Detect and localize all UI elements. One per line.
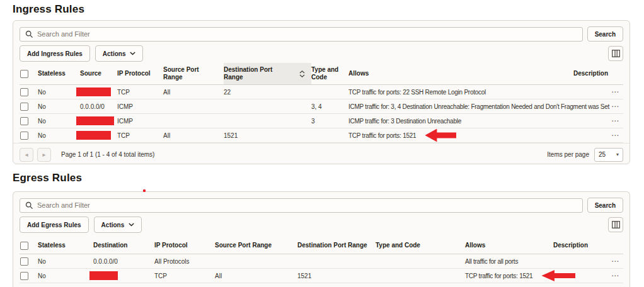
- cell-allows: TCP traffic for ports: 1521: [348, 129, 573, 142]
- ingress-actions-row: Add Ingress Rules Actions: [13, 45, 630, 63]
- row-actions-menu-icon[interactable]: ⋯: [611, 132, 619, 139]
- egress-actions-button[interactable]: Actions: [94, 217, 142, 233]
- cell-ip-protocol: TCP: [117, 132, 163, 139]
- cell-destination-port-range: 22: [224, 89, 311, 96]
- cell-allows: ICMP traffic for: 3, 4 Destination Unrea…: [348, 103, 573, 110]
- redaction-box: [89, 271, 118, 280]
- allows-text: ICMP traffic for: 3, 4 Destination Unrea…: [348, 103, 609, 110]
- row-checkbox[interactable]: [20, 132, 28, 140]
- col-header-destination-port-range[interactable]: Destination Port Range: [224, 63, 311, 84]
- col-header-source-port-range: Source Port Range: [215, 242, 297, 250]
- egress-rules-title: Egress Rules: [13, 172, 82, 184]
- cell-select: [20, 257, 38, 266]
- allows-text: ICMP traffic for: 3 Destination Unreacha…: [348, 118, 461, 125]
- cell-ip-protocol: TCP: [154, 273, 215, 279]
- cell-source: [80, 87, 117, 96]
- ingress-search-wrap: [20, 27, 583, 42]
- add-ingress-rules-button[interactable]: Add Ingress Rules: [20, 45, 90, 62]
- col-header-description: Description: [573, 70, 623, 78]
- next-page-button[interactable]: ▸: [37, 148, 51, 162]
- row-actions-menu-icon[interactable]: ⋯: [611, 117, 619, 125]
- row-actions-menu-icon[interactable]: ⋯: [611, 103, 619, 110]
- col-header-allows: Allows: [465, 242, 553, 250]
- pagination-status: Page 1 of 1 (1 - 4 of 4 total items): [61, 151, 154, 158]
- row-actions-menu-icon[interactable]: ⋯: [611, 88, 619, 96]
- cell-ip-protocol: All Protocols: [154, 258, 215, 265]
- cell-destination: 0.0.0.0/0: [93, 258, 154, 265]
- previous-page-button[interactable]: ◂: [20, 148, 33, 162]
- ingress-pagination: ◂ ▸ Page 1 of 1 (1 - 4 of 4 total items)…: [13, 143, 630, 166]
- allows-text: TCP traffic for ports: 22 SSH Remote Log…: [348, 89, 486, 96]
- col-header-type-and-code: Type and Code: [376, 242, 465, 250]
- allows-text: TCP traffic for ports: 1521: [348, 132, 416, 139]
- egress-select-all-cell: [20, 242, 38, 250]
- cell-select: [20, 117, 38, 125]
- search-icon: [25, 30, 33, 38]
- cell-allows: TCP traffic for ports: 1521: [465, 270, 553, 281]
- items-per-page: Items per page 25 ▾: [547, 148, 623, 162]
- allows-text: All traffic for all ports: [465, 258, 518, 265]
- ingress-column-settings-button[interactable]: [608, 46, 623, 61]
- table-row: No 0.0.0.0/0 All Protocols All traffic f…: [20, 254, 623, 269]
- cell-stateless: No: [38, 118, 80, 125]
- ingress-select-all-cell: [20, 70, 38, 78]
- egress-search-input[interactable]: [20, 198, 583, 213]
- allows-text: TCP traffic for ports: 1521: [465, 273, 532, 279]
- col-header-destination: Destination: [93, 242, 154, 250]
- egress-actions-row: Add Egress Rules Actions: [13, 217, 630, 238]
- ingress-search-button[interactable]: Search: [587, 26, 623, 42]
- cell-select: [20, 103, 38, 111]
- row-checkbox[interactable]: [20, 272, 28, 280]
- col-header-type-and-code: Type and Code: [311, 66, 348, 82]
- cell-type-and-code: 3, 4: [311, 103, 348, 110]
- cell-destination-port-range: 1521: [297, 273, 376, 279]
- egress-column-settings-button[interactable]: [608, 217, 623, 232]
- select-caret-icon: ▾: [616, 152, 619, 157]
- cell-select: [20, 88, 38, 96]
- chevron-down-icon: [129, 223, 134, 227]
- col-header-allows: Allows: [348, 70, 573, 78]
- redaction-box: [76, 131, 111, 140]
- sort-icon: [299, 70, 305, 77]
- cell-actions: ⋯: [553, 257, 623, 265]
- ingress-rules-title: Ingress Rules: [13, 3, 84, 16]
- row-checkbox[interactable]: [20, 103, 28, 111]
- cell-type-and-code: 3: [311, 118, 348, 125]
- row-checkbox[interactable]: [20, 88, 28, 96]
- table-row: No TCP All 1521 TCP traffic for ports: 1…: [20, 269, 623, 283]
- items-per-page-select[interactable]: 25 ▾: [594, 148, 623, 162]
- cell-source: [80, 116, 117, 125]
- egress-rules-panel: Search Add Egress Rules Actions Stateles…: [13, 191, 630, 287]
- annotation-arrow-icon: [425, 129, 456, 142]
- row-actions-menu-icon[interactable]: ⋯: [611, 257, 619, 265]
- ingress-actions-button[interactable]: Actions: [95, 45, 144, 62]
- table-row: No TCP All 1521 TCP traffic for ports: 1…: [20, 128, 623, 143]
- cell-allows: ICMP traffic for: 3 Destination Unreacha…: [348, 118, 573, 125]
- cell-ip-protocol: TCP: [117, 89, 163, 96]
- row-checkbox[interactable]: [20, 257, 28, 266]
- table-row: No ICMP 3 ICMP traffic for: 3 Destinatio…: [20, 114, 623, 128]
- col-header-source: Source: [80, 70, 117, 78]
- select-all-checkbox[interactable]: [20, 70, 28, 78]
- col-header-ip-protocol: IP Protocol: [154, 242, 215, 250]
- ingress-search-input[interactable]: [20, 27, 583, 42]
- egress-search-button[interactable]: Search: [587, 198, 623, 213]
- redaction-box: [76, 87, 111, 96]
- cell-allows: All traffic for all ports: [465, 258, 553, 265]
- cell-actions: ⋯: [573, 117, 623, 125]
- cell-stateless: No: [38, 273, 93, 279]
- add-egress-rules-button[interactable]: Add Egress Rules: [20, 217, 89, 233]
- items-per-page-label: Items per page: [547, 151, 589, 158]
- cell-stateless: No: [38, 89, 80, 96]
- col-header-description: Description: [553, 242, 623, 250]
- cell-source-port-range: All: [215, 273, 297, 279]
- row-checkbox[interactable]: [20, 117, 28, 125]
- cell-source: 0.0.0.0/0: [80, 103, 117, 110]
- ingress-search-toolbar: Search: [13, 21, 630, 45]
- ingress-rules-table: Stateless Source IP Protocol Source Port…: [20, 63, 623, 143]
- select-all-checkbox[interactable]: [20, 242, 28, 250]
- cell-stateless: No: [38, 132, 80, 139]
- row-actions-menu-icon[interactable]: ⋯: [611, 272, 619, 279]
- chevron-down-icon: [130, 52, 135, 55]
- egress-actions-label: Actions: [101, 222, 125, 228]
